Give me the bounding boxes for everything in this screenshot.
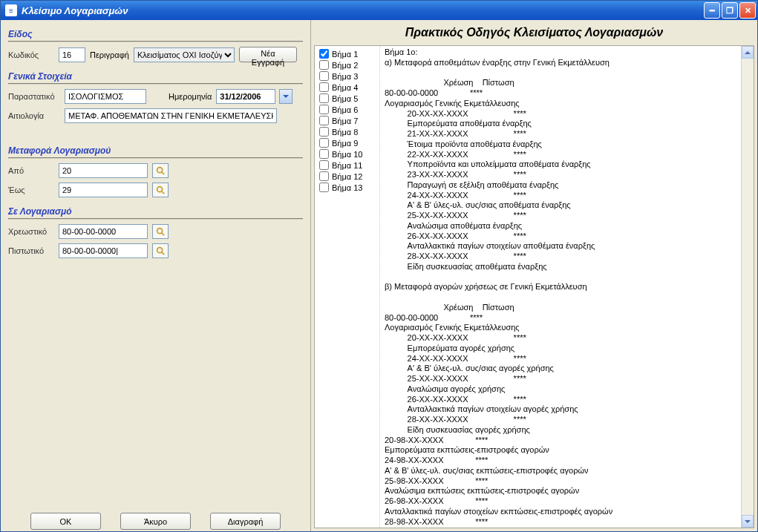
date-label: Ημερομηνία bbox=[169, 92, 212, 101]
description-label: Περιγραφή bbox=[90, 50, 129, 59]
from-lookup-button[interactable] bbox=[152, 163, 169, 178]
step-item-5[interactable]: Βήμα 5 bbox=[316, 93, 378, 105]
delete-button[interactable]: Διαγραφή bbox=[210, 513, 281, 530]
step-label: Βήμα 10 bbox=[332, 150, 362, 159]
step-item-9[interactable]: Βήμα 9 bbox=[316, 138, 378, 149]
from-input[interactable] bbox=[59, 163, 148, 178]
step-checkbox[interactable] bbox=[319, 127, 329, 137]
app-icon: ≡ bbox=[5, 4, 17, 16]
steps-tree: Βήμα 1Βήμα 2Βήμα 3Βήμα 4Βήμα 5Βήμα 6Βήμα… bbox=[315, 46, 380, 528]
step-checkbox[interactable] bbox=[319, 60, 329, 70]
step-checkbox[interactable] bbox=[319, 105, 329, 114]
step-label: Βήμα 5 bbox=[332, 94, 358, 103]
close-button[interactable]: ✕ bbox=[739, 2, 756, 19]
step-label: Βήμα 9 bbox=[332, 139, 358, 148]
step-label: Βήμα 1 bbox=[332, 50, 358, 59]
credit-label: Πιστωτικό bbox=[8, 246, 54, 255]
step-checkbox[interactable] bbox=[319, 183, 329, 192]
step-label: Βήμα 13 bbox=[332, 183, 362, 192]
to-label: Έως bbox=[8, 185, 54, 194]
window-title: Κλείσιμο Λογαριασμών bbox=[22, 5, 704, 16]
scroll-down-button[interactable] bbox=[742, 515, 754, 528]
credit-input[interactable] bbox=[59, 243, 148, 258]
step-item-8[interactable]: Βήμα 8 bbox=[316, 127, 378, 138]
step-checkbox[interactable] bbox=[319, 82, 329, 92]
guide-text-area: Βήμα 1ο: α) Μεταφορά αποθεμάτων έναρξης … bbox=[380, 46, 741, 528]
to-input[interactable] bbox=[59, 183, 148, 197]
step-item-10[interactable]: Βήμα 10 bbox=[316, 149, 378, 160]
step-item-7[interactable]: Βήμα 7 bbox=[316, 116, 378, 127]
step-item-12[interactable]: Βήμα 12 bbox=[316, 171, 378, 183]
scroll-up-button[interactable] bbox=[742, 46, 754, 59]
step-label: Βήμα 2 bbox=[332, 61, 358, 70]
section-account-title: Σε Λογαριασμό bbox=[8, 206, 303, 220]
step-checkbox[interactable] bbox=[319, 149, 329, 159]
step-checkbox[interactable] bbox=[319, 116, 329, 125]
step-label: Βήμα 12 bbox=[332, 172, 362, 181]
titlebar: ≡ Κλείσιμο Λογαριασμών ━ ❐ ✕ bbox=[1, 1, 757, 20]
section-general-title: Γενικά Στοιχεία bbox=[8, 71, 303, 85]
step-label: Βήμα 8 bbox=[332, 128, 358, 137]
section-transfer-title: Μεταφορά Λογαριασμού bbox=[8, 145, 303, 159]
step-item-6[interactable]: Βήμα 6 bbox=[316, 105, 378, 116]
svg-line-1 bbox=[162, 172, 165, 175]
reason-label: Αιτιολογία bbox=[8, 111, 60, 120]
step-item-3[interactable]: Βήμα 3 bbox=[316, 71, 378, 82]
minimize-button[interactable]: ━ bbox=[704, 2, 720, 19]
step-label: Βήμα 6 bbox=[332, 105, 358, 114]
document-label: Παραστατικό bbox=[8, 92, 60, 101]
step-item-13[interactable]: Βήμα 13 bbox=[316, 183, 378, 194]
step-checkbox[interactable] bbox=[319, 71, 329, 81]
date-input[interactable] bbox=[216, 89, 275, 104]
step-item-2[interactable]: Βήμα 2 bbox=[316, 60, 378, 71]
cancel-button[interactable]: Άκυρο bbox=[120, 513, 191, 530]
description-select[interactable]: Κλεισίματος ΟΧΙ Ισοζύγι bbox=[134, 47, 235, 62]
step-label: Βήμα 4 bbox=[332, 83, 358, 92]
credit-lookup-button[interactable] bbox=[152, 243, 169, 258]
ok-button[interactable]: ΟΚ bbox=[30, 513, 101, 530]
step-checkbox[interactable] bbox=[319, 49, 329, 59]
step-item-11[interactable]: Βήμα 11 bbox=[316, 160, 378, 171]
svg-line-5 bbox=[162, 233, 165, 236]
step-label: Βήμα 11 bbox=[332, 161, 362, 170]
reason-input[interactable] bbox=[65, 108, 277, 123]
new-record-button[interactable]: Νέα Εγγραφή bbox=[239, 47, 297, 62]
svg-point-4 bbox=[157, 229, 163, 234]
guide-title: Πρακτικός Οδηγός Κλεισίματος Λογαριασμών bbox=[311, 20, 757, 45]
debit-label: Χρεωστικό bbox=[8, 227, 54, 236]
svg-point-2 bbox=[157, 187, 163, 192]
date-dropdown-button[interactable] bbox=[279, 89, 293, 104]
svg-point-6 bbox=[157, 248, 163, 253]
step-item-4[interactable]: Βήμα 4 bbox=[316, 82, 378, 93]
code-label: Κωδικός bbox=[8, 50, 54, 59]
maximize-button[interactable]: ❐ bbox=[722, 2, 738, 19]
step-label: Βήμα 3 bbox=[332, 72, 358, 81]
step-checkbox[interactable] bbox=[319, 138, 329, 148]
svg-line-7 bbox=[162, 252, 165, 255]
section-kind-title: Είδος bbox=[8, 29, 303, 42]
step-label: Βήμα 7 bbox=[332, 116, 358, 125]
to-lookup-button[interactable] bbox=[152, 183, 169, 197]
step-item-1[interactable]: Βήμα 1 bbox=[316, 49, 378, 60]
step-checkbox[interactable] bbox=[319, 160, 329, 170]
step-checkbox[interactable] bbox=[319, 93, 329, 103]
code-input[interactable] bbox=[59, 47, 85, 62]
vertical-scrollbar[interactable] bbox=[741, 46, 754, 528]
svg-point-0 bbox=[157, 168, 163, 173]
step-checkbox[interactable] bbox=[319, 171, 329, 181]
document-input[interactable] bbox=[65, 89, 146, 104]
debit-input[interactable] bbox=[59, 224, 148, 239]
from-label: Από bbox=[8, 166, 54, 175]
svg-line-3 bbox=[162, 191, 165, 194]
scroll-track[interactable] bbox=[742, 59, 754, 515]
debit-lookup-button[interactable] bbox=[152, 224, 169, 239]
